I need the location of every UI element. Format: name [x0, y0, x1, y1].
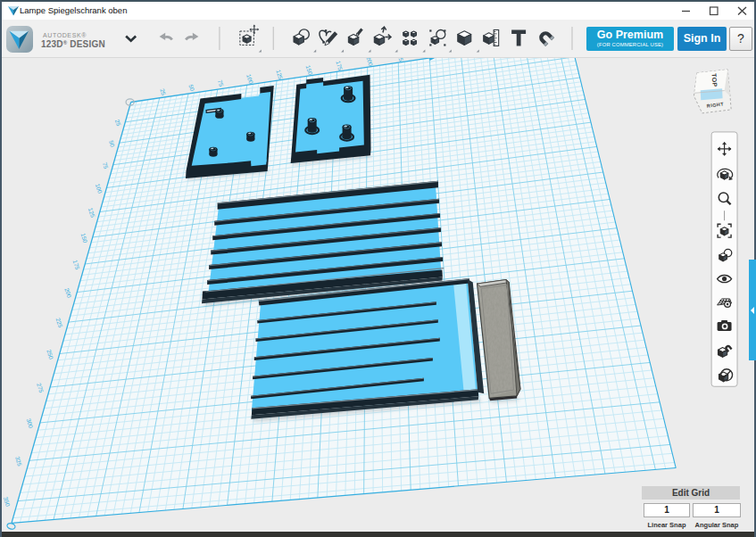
svg-text:250: 250	[46, 349, 54, 360]
svg-text:25: 25	[159, 87, 167, 95]
svg-text:200: 200	[63, 287, 72, 299]
svg-text:75: 75	[102, 161, 110, 169]
svg-text:75: 75	[217, 79, 225, 87]
svg-text:325: 325	[14, 456, 23, 467]
svg-text:125: 125	[275, 69, 284, 80]
svg-text:100: 100	[95, 183, 104, 194]
svg-text:175: 175	[335, 60, 344, 71]
svg-text:175: 175	[72, 259, 81, 270]
svg-text:50: 50	[108, 139, 116, 147]
svg-text:100: 100	[245, 73, 254, 85]
svg-text:200: 200	[365, 58, 374, 67]
svg-text:50: 50	[187, 84, 195, 92]
svg-text:150: 150	[305, 64, 314, 76]
svg-text:25: 25	[114, 119, 122, 127]
svg-text:275: 275	[36, 382, 45, 393]
svg-text:TOP: TOP	[710, 73, 718, 87]
svg-text:300: 300	[25, 417, 34, 429]
svg-text:350: 350	[3, 496, 12, 508]
svg-text:125: 125	[87, 207, 96, 219]
svg-text:225: 225	[55, 318, 64, 329]
svg-text:150: 150	[79, 232, 88, 244]
